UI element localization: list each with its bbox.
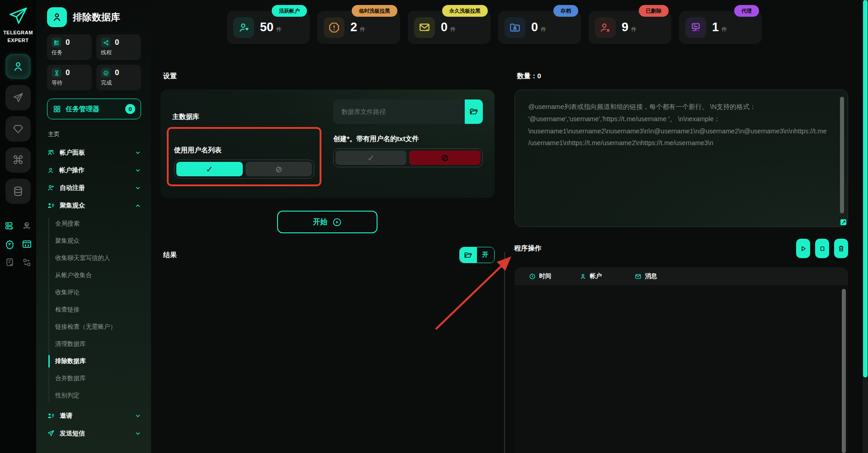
stat-card-deleted: 已删除 9件 bbox=[589, 11, 671, 44]
stat-card-perm-blacklist: 永久洗板拉黑 0件 bbox=[408, 11, 491, 44]
stat-unit: 件 bbox=[450, 26, 456, 33]
resize-grip-icon[interactable] bbox=[840, 219, 846, 225]
stat-value: 0 bbox=[531, 20, 538, 34]
open-button[interactable]: 开 bbox=[477, 247, 494, 263]
proxy-server-icon bbox=[685, 17, 706, 38]
rail-send-button[interactable] bbox=[5, 85, 31, 110]
document-check-icon[interactable] bbox=[4, 258, 15, 267]
browser-code-icon[interactable] bbox=[21, 239, 33, 250]
chevron-down-icon bbox=[135, 185, 141, 191]
prohibit-icon: ⊘ bbox=[275, 164, 283, 175]
sidebar-item-send-sms[interactable]: 发送短信 bbox=[47, 425, 141, 442]
open-folder-button[interactable] bbox=[460, 247, 477, 263]
browse-folder-button[interactable] bbox=[465, 99, 483, 124]
page-title: 排除数据库 bbox=[73, 11, 120, 24]
submenu-item-link-check-no-account[interactable]: 链接检查（无需账户） bbox=[55, 318, 141, 335]
hourglass-icon bbox=[52, 68, 61, 78]
ops-stop-button[interactable] bbox=[815, 239, 829, 258]
submenu-item-merge-database[interactable]: 合并数据库 bbox=[55, 370, 141, 387]
submenu-item-clean-database[interactable]: 清理数据库 bbox=[55, 335, 141, 353]
toggle-yes-option[interactable]: ✓ bbox=[335, 151, 406, 165]
user-network-icon[interactable] bbox=[21, 221, 33, 231]
stat-unit: 件 bbox=[276, 26, 282, 33]
stat-tasks: 0 任务 bbox=[47, 34, 92, 60]
sidebar-item-auto-register[interactable]: 自动注册 bbox=[47, 179, 141, 197]
swap-icon[interactable] bbox=[21, 258, 33, 267]
start-button[interactable]: 开始 bbox=[277, 211, 377, 233]
column-account: 帐户 bbox=[580, 272, 635, 280]
user-x-icon bbox=[595, 17, 616, 38]
account-stats-row: 活跃帐户 50件 临时洗板拉黑 2件 永久洗板拉黑 0件 bbox=[227, 11, 848, 44]
status-badge: 存档 bbox=[553, 5, 578, 17]
open-result-combo: 开 bbox=[459, 247, 495, 263]
stat-done-value: 0 bbox=[115, 68, 119, 77]
send-icon bbox=[47, 429, 55, 437]
tasks-icon bbox=[52, 38, 61, 47]
settings-column: 设置 主数据库 使用用户名列表 ✓ ⊘ bbox=[160, 54, 495, 453]
submenu-item-gender-detect[interactable]: 性别判定 bbox=[55, 387, 141, 404]
stat-threads: 0 线程 bbox=[96, 34, 141, 60]
sidebar-item-account-ops[interactable]: 帐户操作 bbox=[47, 161, 141, 179]
rail-database-button[interactable] bbox=[5, 179, 31, 204]
ops-clear-button[interactable] bbox=[834, 239, 848, 258]
sidebar-item-account-panel[interactable]: 帐户面板 bbox=[47, 144, 141, 161]
submenu-item-gather-audience[interactable]: 聚集观众 bbox=[55, 232, 141, 250]
stat-done-label: 完成 bbox=[101, 79, 137, 87]
chevron-down-icon bbox=[135, 150, 141, 156]
gear-chat-icon[interactable] bbox=[4, 239, 15, 250]
create-txt-toggle: ✓ ⊘ bbox=[333, 148, 482, 167]
page-scrollbar-thumb[interactable] bbox=[863, 0, 868, 378]
data-column: 数量：0 程序操作 bbox=[514, 54, 849, 453]
sidebar-item-label: 帐户面板 bbox=[60, 149, 85, 157]
vertical-divider bbox=[504, 252, 505, 453]
status-badge: 临时洗板拉黑 bbox=[352, 5, 397, 17]
sidebar-item-label: 帐户操作 bbox=[59, 166, 85, 175]
stat-value: 9 bbox=[622, 20, 628, 34]
sidebar-item-gather-audience[interactable]: 聚集观众 bbox=[47, 197, 141, 214]
db-path-input[interactable] bbox=[333, 99, 464, 124]
user-plus-icon bbox=[47, 184, 55, 192]
mail-warning-icon bbox=[414, 17, 435, 38]
toggle-no-option[interactable]: ⊘ bbox=[245, 162, 312, 176]
sidebar-item-label: 自动注册 bbox=[60, 184, 85, 192]
column-account-label: 帐户 bbox=[590, 272, 602, 280]
submenu-item-collect-chat-writers[interactable]: 收集聊天室写信的人 bbox=[55, 250, 141, 267]
stat-unit: 件 bbox=[541, 26, 546, 33]
submenu-item-collect-comments[interactable]: 收集评论 bbox=[55, 284, 141, 301]
submenu-item-exclude-database[interactable]: 排除数据库 bbox=[55, 353, 141, 370]
user-heart-icon bbox=[233, 17, 254, 38]
brand-line2: EXPERT bbox=[3, 37, 33, 44]
check-circle-icon bbox=[101, 68, 111, 78]
task-manager-button[interactable]: 任务管理器 0 bbox=[47, 99, 141, 119]
textarea-scrollbar-thumb[interactable] bbox=[840, 97, 844, 213]
settings-section-title: 设置 bbox=[163, 72, 495, 80]
rail-command-button[interactable]: ⌘ bbox=[5, 147, 31, 173]
diamond-icon bbox=[12, 123, 24, 135]
column-time-label: 时间 bbox=[539, 272, 552, 280]
ops-play-button[interactable] bbox=[796, 239, 810, 258]
username-list-textarea[interactable] bbox=[514, 90, 849, 227]
rail-premium-button[interactable] bbox=[5, 116, 31, 142]
sidebar-item-label: 聚集观众 bbox=[60, 202, 85, 210]
rail-accounts-button[interactable] bbox=[5, 54, 31, 79]
clock-icon bbox=[529, 273, 536, 280]
server-check-icon[interactable] bbox=[4, 221, 15, 231]
table-scrollbar-thumb[interactable] bbox=[842, 289, 846, 453]
stat-threads-value: 0 bbox=[115, 38, 119, 47]
toggle-no-option[interactable]: ⊘ bbox=[409, 151, 480, 165]
submenu-item-global-search[interactable]: 全局搜索 bbox=[55, 215, 141, 232]
results-section-title: 结果 bbox=[163, 251, 177, 260]
sidebar-item-home[interactable]: 主页 bbox=[48, 130, 141, 138]
task-manager-badge: 0 bbox=[125, 104, 135, 114]
user-icon bbox=[580, 273, 586, 280]
use-username-list-toggle: ✓ ⊘ bbox=[174, 160, 314, 179]
folder-icon bbox=[469, 107, 478, 116]
main-area: 活跃帐户 50件 临时洗板拉黑 2件 永久洗板拉黑 0件 bbox=[151, 0, 868, 453]
sidebar-item-invite[interactable]: 邀请 bbox=[47, 407, 141, 425]
toggle-yes-option[interactable]: ✓ bbox=[176, 162, 243, 176]
stat-value: 2 bbox=[350, 20, 357, 34]
submenu-item-check-links[interactable]: 检查链接 bbox=[55, 301, 141, 318]
command-icon: ⌘ bbox=[12, 154, 24, 166]
folder-icon bbox=[464, 251, 472, 260]
submenu-item-collect-from-accounts[interactable]: 从帐户收集合 bbox=[55, 267, 141, 284]
